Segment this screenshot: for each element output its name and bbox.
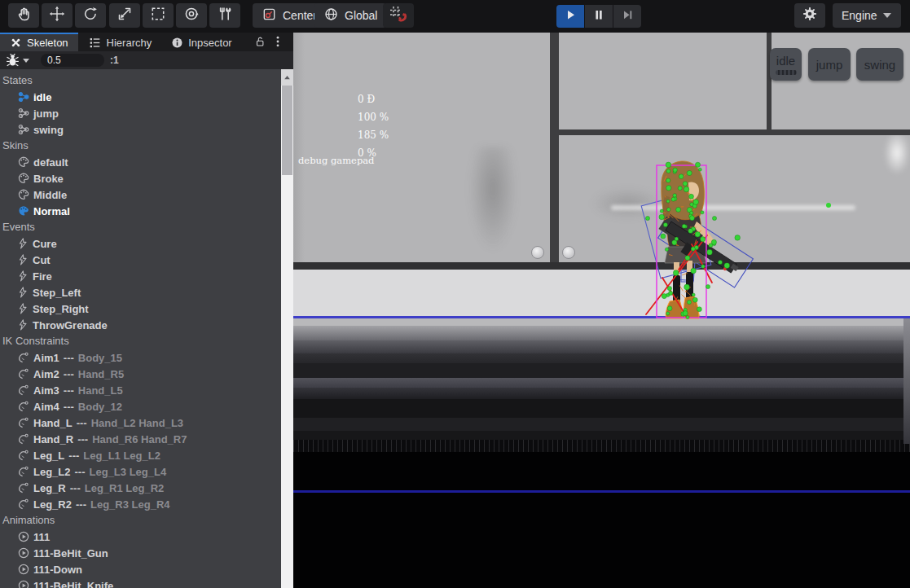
pause-button[interactable]	[585, 5, 613, 28]
snap-grid-button[interactable]	[383, 3, 414, 28]
playback-controls	[556, 5, 641, 28]
tree-scrollbar[interactable]	[281, 69, 293, 588]
tree-item-aim1[interactable]: Aim1---Body_15	[0, 349, 281, 366]
item-separator: ---	[77, 433, 88, 445]
lock-button[interactable]	[254, 35, 266, 51]
ik-icon	[18, 433, 29, 445]
tree-item-swing[interactable]: swing	[0, 121, 281, 138]
tree-item-leg_r[interactable]: Leg_R---Leg_R1 Leg_R2	[0, 480, 281, 496]
state-node-icon	[18, 91, 29, 103]
tree-item-step_right[interactable]: Step_Right	[0, 301, 281, 317]
bolt-icon	[18, 319, 29, 331]
wall-highlight	[884, 130, 910, 175]
rotate-tool[interactable]	[75, 3, 106, 28]
skeleton-tree: StatesidlejumpswingSkinsdefaultBrokeMidd…	[0, 72, 281, 588]
scene-band	[293, 378, 910, 388]
item-separator: ---	[77, 417, 87, 429]
tree-item-jump[interactable]: jump	[0, 105, 281, 121]
tree-item-idle[interactable]: idle	[0, 89, 281, 105]
game-state-button-jump[interactable]: jump	[808, 48, 851, 81]
scale-tool[interactable]	[109, 3, 140, 28]
scene-band	[293, 340, 910, 353]
tab-skeleton[interactable]: Skeleton	[0, 33, 78, 51]
tree-item-leg_l2[interactable]: Leg_L2---Leg_L3 Leg_L4	[0, 463, 281, 480]
tree-item-throwgrenade[interactable]: ThrowGrenade	[0, 317, 281, 333]
tree-item-111[interactable]: 111	[0, 529, 281, 545]
item-label: Aim1	[33, 352, 59, 364]
bone-icon	[10, 37, 22, 49]
game-state-button-idle[interactable]: idle	[770, 48, 802, 81]
bolt-icon	[18, 287, 29, 298]
item-label: swing	[33, 124, 64, 136]
settings-button[interactable]	[794, 3, 825, 28]
ik-icon	[18, 466, 29, 477]
tree-item-aim3[interactable]: Aim3---Hand_L5	[0, 382, 281, 398]
info-icon	[171, 37, 183, 49]
bolt-icon	[18, 254, 29, 265]
panel-tab-bar: SkeletonHierarchyInpsector	[0, 33, 293, 51]
item-label: Leg_R	[33, 482, 66, 494]
scene-viewport[interactable]: 0 Đ100 %185 %0 % debug gamepad idlejumps…	[293, 33, 910, 588]
tree-item-fire[interactable]: Fire	[0, 268, 281, 284]
tree-item-hand_l[interactable]: Hand_L---Hand_L2 Hand_L3	[0, 415, 281, 431]
item-label: 111	[33, 531, 50, 543]
play-circle-icon	[18, 531, 29, 542]
section-header-skins: Skins	[0, 138, 281, 154]
rect-select-tool[interactable]	[143, 3, 174, 28]
debug-bug-icon[interactable]	[6, 53, 20, 68]
state-node-icon	[18, 124, 29, 135]
game-state-button-swing[interactable]: swing	[856, 48, 903, 81]
scene-band	[293, 388, 910, 399]
scale-input[interactable]	[41, 54, 104, 67]
item-label: Broke	[33, 173, 64, 185]
utility-tools[interactable]	[209, 3, 240, 28]
global-button[interactable]: Global	[314, 3, 386, 28]
panel-menu-button[interactable]	[272, 35, 284, 51]
tree-item-step_left[interactable]: Step_Left	[0, 284, 281, 301]
bolt-icon	[18, 238, 29, 249]
tree-item-broke[interactable]: Broke	[0, 170, 281, 186]
ik-icon	[18, 401, 29, 412]
tree-item-aim2[interactable]: Aim2---Hand_R5	[0, 366, 281, 382]
tree-item-cut[interactable]: Cut	[0, 252, 281, 268]
tree-item-cure[interactable]: Cure	[0, 235, 281, 252]
skeleton-panel: SkeletonHierarchyInpsector :1 Statesidle…	[0, 33, 293, 588]
section-header-events: Events	[0, 219, 281, 235]
bug-dropdown-arrow[interactable]	[23, 59, 29, 63]
debug-gamepad-label: debug gamepad	[298, 155, 374, 166]
palette-icon	[18, 189, 29, 200]
top-toolbar: Center Global Engine	[0, 0, 910, 33]
item-target-bones: Hand_L5	[78, 384, 123, 397]
floor	[293, 270, 910, 316]
ik-icon	[18, 498, 29, 510]
item-label: Step_Left	[33, 287, 81, 299]
move-tool[interactable]	[42, 3, 73, 28]
tree-item-hand_r[interactable]: Hand_R---Hand_R6 Hand_R7	[0, 431, 281, 447]
tree-item-111-behit_gun[interactable]: 111-BeHit_Gun	[0, 545, 281, 561]
orbit-tool[interactable]	[176, 3, 207, 28]
tree-item-111-down[interactable]: 111-Down	[0, 561, 281, 577]
tab-inpsector[interactable]: Inpsector	[161, 33, 241, 51]
item-label: Fire	[33, 270, 52, 283]
scale-icon	[116, 6, 133, 25]
tree-item-default[interactable]: default	[0, 154, 281, 170]
item-label: Cut	[33, 254, 51, 266]
tree-item-leg_r2[interactable]: Leg_R2---Leg_R3 Leg_R4	[0, 496, 281, 512]
item-target-bones: Hand_L2 Hand_L3	[91, 417, 183, 429]
tree-item-leg_l[interactable]: Leg_L---Leg_L1 Leg_L2	[0, 447, 281, 463]
scrollbar-up-button[interactable]	[281, 69, 293, 86]
tab-hierarchy[interactable]: Hierarchy	[78, 33, 162, 51]
tree-item-middle[interactable]: Middle	[0, 186, 281, 203]
tree-item-aim4[interactable]: Aim4---Body_12	[0, 398, 281, 415]
item-label: jump	[33, 108, 59, 120]
scrollbar-thumb[interactable]	[282, 86, 292, 175]
tree-item-111-behit_knife[interactable]: 111-BeHit_Knife	[0, 577, 281, 588]
arrow-up-icon	[283, 73, 292, 82]
item-label: Middle	[33, 189, 67, 201]
step-button[interactable]	[613, 5, 641, 28]
scene-band	[293, 363, 910, 378]
pan-tool[interactable]	[8, 3, 39, 28]
engine-dropdown[interactable]: Engine	[833, 3, 901, 28]
tree-item-normal[interactable]: Normal	[0, 203, 281, 219]
play-button[interactable]	[556, 5, 584, 28]
